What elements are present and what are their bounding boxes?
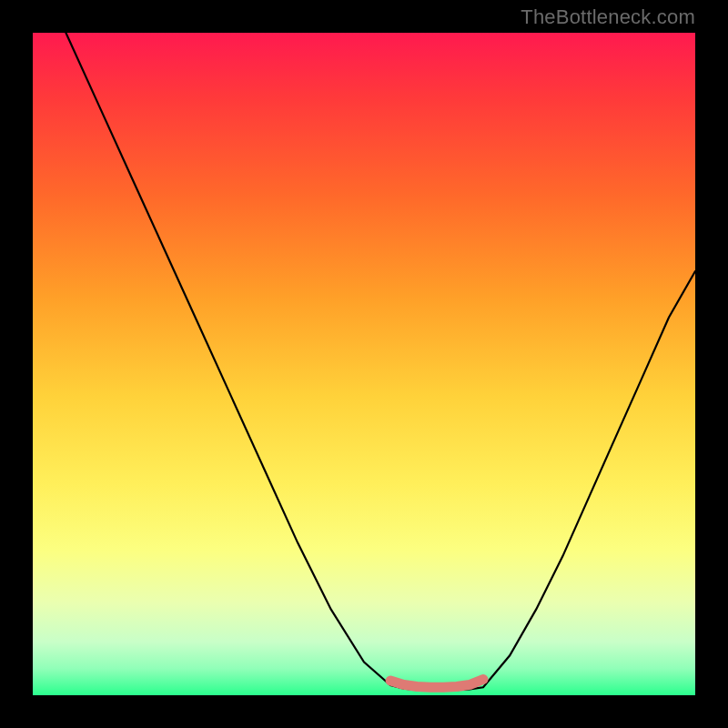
highlight-layer bbox=[390, 680, 483, 688]
curve-layer bbox=[66, 33, 695, 691]
watermark-text: TheBottleneck.com bbox=[521, 5, 695, 29]
chart-frame: TheBottleneck.com bbox=[0, 0, 728, 728]
chart-plot-area bbox=[33, 33, 695, 695]
chart-svg bbox=[33, 33, 695, 695]
bottom-highlight bbox=[390, 680, 483, 688]
bottleneck-curve bbox=[66, 33, 695, 691]
